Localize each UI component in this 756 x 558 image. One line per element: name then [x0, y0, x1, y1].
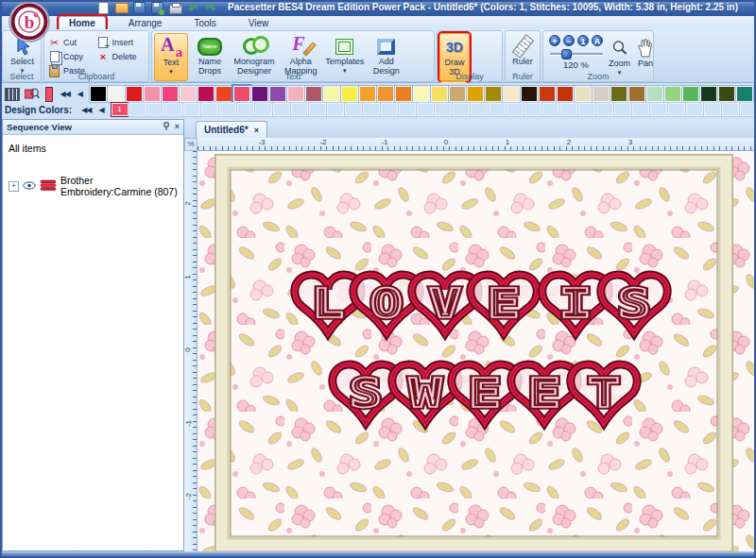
zoom-out-icon[interactable]: −: [563, 35, 575, 46]
thread-swatch[interactable]: [628, 86, 645, 102]
thread-swatch[interactable]: [323, 86, 340, 102]
title-bar: ↶ ↷ ▾ Pacesetter BES4 Dream Edition Powe…: [0, 0, 756, 16]
insert-button[interactable]: Insert: [94, 36, 138, 49]
application-menu-button[interactable]: b: [7, 1, 52, 42]
thread-swatch[interactable]: [269, 86, 286, 102]
thread-swatch[interactable]: [736, 86, 753, 102]
copy-button[interactable]: Copy: [46, 50, 87, 63]
thread-swatch[interactable]: [144, 86, 161, 102]
h-ruler-number: 2: [567, 138, 571, 146]
print-icon[interactable]: [168, 2, 182, 14]
document-tab[interactable]: Untitled6* ×: [196, 121, 267, 138]
tab-view[interactable]: View: [239, 17, 279, 29]
thread-swatch[interactable]: [593, 86, 610, 102]
thread-swatch[interactable]: [575, 86, 592, 102]
thread-swatch[interactable]: [233, 86, 250, 102]
thread-swatch[interactable]: [305, 86, 322, 102]
thread-swatch[interactable]: [682, 86, 699, 102]
design-canvas[interactable]: LLOOVVEEIISSSSWWEEEETT: [198, 151, 754, 551]
thread-search-icon[interactable]: [25, 87, 40, 101]
design-color-empty-cell: [201, 103, 218, 116]
fabric-background: [198, 151, 754, 551]
thread-swatch[interactable]: [162, 86, 179, 102]
thread-swatch[interactable]: [198, 86, 215, 102]
thread-swatch[interactable]: [251, 86, 268, 102]
close-icon[interactable]: ×: [175, 123, 180, 131]
design-color-empty-cell: [489, 103, 506, 116]
design-color-empty-cell: [309, 103, 326, 116]
thread-swatch[interactable]: [90, 86, 107, 102]
design-color-empty-cell: [453, 103, 470, 116]
vertical-ruler: 210-1-2: [184, 151, 198, 551]
design-color-empty-cell: [578, 103, 595, 116]
svg-text:L: L: [312, 280, 344, 327]
palette-grid-icon[interactable]: [5, 87, 20, 101]
thread-swatch[interactable]: [610, 86, 627, 102]
h-ruler-number: -2: [319, 138, 326, 146]
svg-text:E: E: [528, 370, 560, 416]
svg-text:E: E: [469, 370, 501, 416]
tab-arrange[interactable]: Arrange: [119, 17, 172, 29]
thread-swatch[interactable]: [126, 86, 143, 102]
thread-swatch[interactable]: [700, 86, 717, 102]
thread-swatch[interactable]: [646, 86, 663, 102]
thread-swatch[interactable]: [108, 86, 125, 102]
visibility-eye-icon[interactable]: [23, 180, 36, 192]
thread-swatch[interactable]: [413, 86, 430, 102]
save-icon[interactable]: [132, 2, 146, 14]
thread-swatch[interactable]: [718, 86, 735, 102]
design-color-empty-cell: [686, 103, 703, 116]
thread-swatch[interactable]: [359, 86, 376, 102]
palette-scroll-left-icon[interactable]: ◀: [77, 90, 82, 98]
close-tab-icon[interactable]: ×: [254, 126, 259, 135]
new-document-icon[interactable]: [96, 2, 111, 14]
thread-swatch[interactable]: [431, 86, 448, 102]
undo-icon[interactable]: ↶: [186, 2, 200, 14]
ribbon-group-ruler: Ruler Ruler: [505, 30, 541, 82]
thread-swatch[interactable]: [539, 86, 556, 102]
design-color-swatch[interactable]: 1: [112, 103, 129, 116]
save-as-icon[interactable]: [150, 2, 164, 14]
thread-swatch[interactable]: [215, 86, 232, 102]
thread-swatch[interactable]: [287, 86, 304, 102]
ribbon-tab-bar: Home Arrange Tools View: [0, 16, 756, 29]
zoom-100-icon[interactable]: 1: [577, 35, 589, 46]
design-colors-scroll-left-icon[interactable]: ◀: [98, 106, 103, 114]
tree-expand-icon[interactable]: +: [9, 181, 19, 192]
palette-scroll-back-icon[interactable]: ◀◀: [60, 90, 70, 98]
thread-swatch[interactable]: [557, 86, 574, 102]
h-ruler-number: 3: [628, 138, 632, 146]
thread-swatch[interactable]: [664, 86, 681, 102]
thread-swatch[interactable]: [485, 86, 502, 102]
name-drops-icon: Name: [198, 35, 222, 58]
redo-icon[interactable]: ↷: [204, 2, 218, 14]
insert-icon: [96, 37, 109, 48]
thread-swatch[interactable]: [341, 86, 358, 102]
zoom-fit-icon[interactable]: A: [592, 35, 603, 46]
design-color-empty-cell: [345, 103, 362, 116]
tab-home[interactable]: Home: [59, 16, 106, 29]
zoom-slider-thumb[interactable]: [561, 49, 572, 59]
thread-swatch[interactable]: [180, 86, 197, 102]
cut-button[interactable]: ✂ Cut: [46, 36, 87, 49]
open-folder-icon[interactable]: [114, 2, 129, 14]
design-color-empty-cell: [255, 103, 272, 116]
thread-swatch[interactable]: [521, 86, 538, 102]
pin-icon[interactable]: [163, 122, 170, 132]
tree-item-carmine[interactable]: + Brother Embroidery:Carmine (807): [9, 175, 178, 197]
thread-swatch[interactable]: [395, 86, 412, 102]
group-label-text: Text: [152, 72, 434, 81]
ruler-corner-box[interactable]: %: [184, 138, 198, 151]
zoom-slider[interactable]: [550, 49, 603, 59]
tab-tools[interactable]: Tools: [184, 17, 225, 29]
current-color-swatch[interactable]: [45, 87, 53, 102]
design-colors-scroll-back-icon[interactable]: ◀◀: [81, 106, 91, 114]
thread-swatch[interactable]: [377, 86, 394, 102]
thread-swatch[interactable]: [503, 86, 520, 102]
magnifier-icon: [611, 37, 628, 59]
thread-swatch[interactable]: [467, 86, 484, 102]
zoom-in-icon[interactable]: +: [549, 35, 560, 46]
thread-swatch[interactable]: [449, 86, 466, 102]
v-ruler-number: -2: [184, 493, 193, 499]
delete-button[interactable]: × Delete: [94, 50, 138, 63]
